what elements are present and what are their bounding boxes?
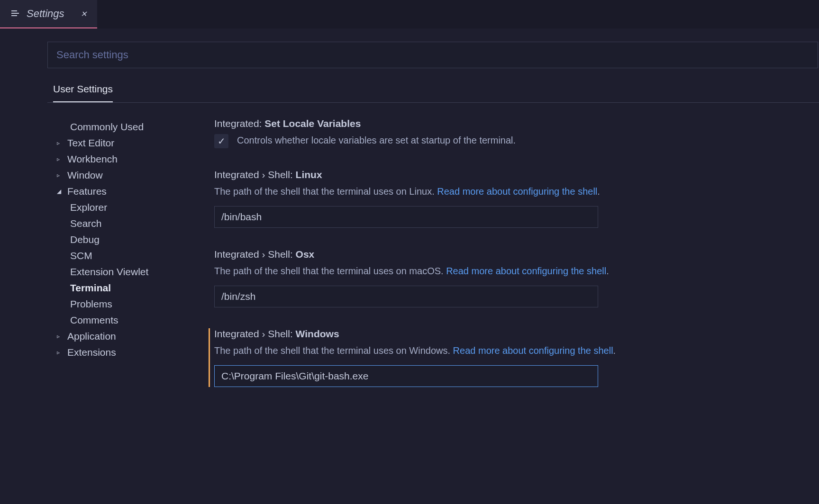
sidebar-item-terminal[interactable]: Terminal — [47, 280, 185, 296]
setting-title-name: Windows — [296, 328, 339, 339]
tab-settings[interactable]: Settings ✕ — [0, 0, 97, 28]
chevron-down-icon: ◢ — [57, 188, 64, 195]
setting-shell-osx: Integrated › Shell: Osx The path of the … — [209, 249, 800, 307]
setting-title-name: Osx — [296, 249, 315, 260]
sidebar-item-extensions[interactable]: ▹Extensions — [47, 344, 185, 360]
sidebar-item-scm[interactable]: SCM — [47, 248, 185, 264]
sidebar-item-application[interactable]: ▹Application — [47, 328, 185, 344]
tab-title: Settings — [27, 8, 64, 20]
settings-tab-icon — [10, 9, 20, 19]
sidebar-item-commonly-used[interactable]: Commonly Used — [47, 119, 185, 135]
sidebar-item-label: Comments — [70, 315, 118, 326]
chevron-right-icon: ▹ — [57, 140, 64, 146]
setting-description: The path of the shell that the terminal … — [214, 184, 800, 198]
sidebar-item-label: Extensions — [67, 347, 116, 358]
chevron-right-icon: ▹ — [57, 156, 64, 162]
sidebar-item-text-editor[interactable]: ▹Text Editor — [47, 135, 185, 151]
chevron-right-icon: ▹ — [57, 349, 64, 356]
close-icon[interactable]: ✕ — [81, 9, 87, 18]
sidebar-item-extension-viewlet[interactable]: Extension Viewlet — [47, 264, 185, 280]
sidebar-item-label: Text Editor — [67, 137, 114, 149]
read-more-link[interactable]: Read more about configuring the shell — [446, 266, 606, 276]
sidebar-item-label: Terminal — [70, 282, 111, 294]
setting-desc-text: The path of the shell that the terminal … — [214, 186, 437, 197]
shell-osx-input[interactable] — [214, 286, 598, 307]
sidebar-item-label: SCM — [70, 250, 92, 261]
setting-shell-linux: Integrated › Shell: Linux The path of th… — [209, 169, 800, 228]
setting-description: Controls whether locale variables are se… — [237, 133, 516, 147]
setting-title: Integrated: Set Locale Variables — [214, 118, 800, 129]
sidebar-item-features[interactable]: ◢Features — [47, 183, 185, 199]
shell-linux-input[interactable] — [214, 206, 598, 228]
settings-list: Integrated: Set Locale Variables ✓ Contr… — [209, 117, 819, 408]
chevron-right-icon: ▹ — [57, 172, 64, 179]
sidebar-item-comments[interactable]: Comments — [47, 312, 185, 328]
settings-scope-nav: User Settings — [47, 83, 819, 103]
sidebar-item-label: Extension Viewlet — [70, 266, 148, 278]
sidebar-item-label: Features — [67, 186, 107, 197]
sidebar-item-label: Explorer — [70, 202, 107, 213]
sidebar-item-explorer[interactable]: Explorer — [47, 199, 185, 216]
setting-title-name: Linux — [296, 169, 322, 180]
sidebar-item-label: Commonly Used — [70, 121, 144, 133]
sidebar-item-workbench[interactable]: ▹Workbench — [47, 151, 185, 167]
settings-body: Search settings User Settings Commonly U… — [0, 28, 819, 408]
setting-title-prefix: Integrated › Shell: — [214, 249, 296, 260]
tab-bar: Settings ✕ — [0, 0, 819, 28]
sidebar-item-label: Search — [70, 218, 102, 229]
sidebar-item-label: Workbench — [67, 153, 118, 165]
chevron-right-icon: ▹ — [57, 333, 64, 340]
setting-shell-windows: Integrated › Shell: Windows The path of … — [209, 328, 800, 387]
sidebar-item-label: Window — [67, 170, 103, 181]
sidebar-item-search[interactable]: Search — [47, 216, 185, 232]
setting-title: Integrated › Shell: Osx — [214, 249, 800, 260]
setting-checkbox-row: ✓ Controls whether locale variables are … — [214, 133, 800, 148]
setting-title-prefix: Integrated › Shell: — [214, 328, 296, 339]
checkbox[interactable]: ✓ — [214, 134, 228, 148]
setting-title-name: Set Locale Variables — [264, 118, 361, 129]
read-more-link[interactable]: Read more about configuring the shell — [453, 345, 613, 356]
setting-title-prefix: Integrated: — [214, 118, 264, 129]
setting-title: Integrated › Shell: Linux — [214, 169, 800, 180]
tab-user-settings[interactable]: User Settings — [53, 83, 113, 102]
setting-desc-text: The path of the shell that the terminal … — [214, 266, 446, 276]
setting-set-locale-variables: Integrated: Set Locale Variables ✓ Contr… — [209, 118, 800, 148]
setting-desc-text: The path of the shell that the terminal … — [214, 345, 453, 356]
shell-windows-input[interactable] — [214, 365, 598, 387]
sidebar-item-debug[interactable]: Debug — [47, 232, 185, 248]
sidebar-item-label: Problems — [70, 298, 112, 310]
sidebar-item-problems[interactable]: Problems — [47, 296, 185, 312]
sidebar-item-label: Debug — [70, 234, 100, 245]
setting-description: The path of the shell that the terminal … — [214, 343, 800, 358]
sidebar-item-window[interactable]: ▹Window — [47, 167, 185, 183]
sidebar-item-label: Application — [67, 331, 116, 342]
read-more-link[interactable]: Read more about configuring the shell — [437, 186, 597, 197]
settings-content: Commonly Used ▹Text Editor ▹Workbench ▹W… — [47, 117, 819, 408]
setting-description: The path of the shell that the terminal … — [214, 264, 800, 278]
setting-title: Integrated › Shell: Windows — [214, 328, 800, 340]
setting-title-prefix: Integrated › Shell: — [214, 169, 296, 180]
search-input[interactable]: Search settings — [47, 42, 818, 68]
settings-sidebar: Commonly Used ▹Text Editor ▹Workbench ▹W… — [47, 117, 185, 408]
